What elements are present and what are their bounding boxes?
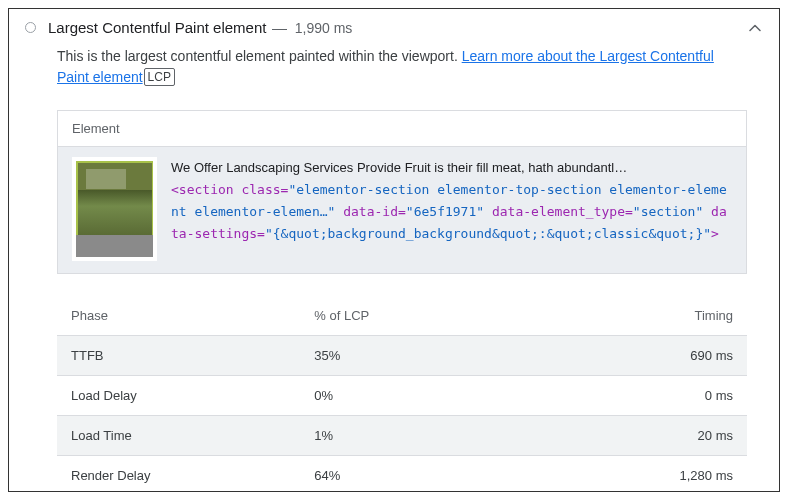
element-html-snippet[interactable]: <section class="elementor-section elemen… <box>171 179 732 245</box>
element-details: We Offer Landscaping Services Provide Fr… <box>171 157 732 261</box>
description-text: This is the largest contentful element p… <box>57 48 462 64</box>
table-header-row: Phase % of LCP Timing <box>57 296 747 336</box>
lcp-badge: LCP <box>144 68 175 86</box>
audit-description: This is the largest contentful element p… <box>57 46 747 92</box>
lcp-audit-card: Largest Contentful Paint element — 1,990… <box>8 8 780 492</box>
element-text-content: We Offer Landscaping Services Provide Fr… <box>171 157 732 179</box>
card-header[interactable]: Largest Contentful Paint element — 1,990… <box>9 9 779 46</box>
table-row: Render Delay 64% 1,280 ms <box>57 456 747 493</box>
audit-title: Largest Contentful Paint element <box>48 19 266 36</box>
cell-timing: 690 ms <box>563 336 747 376</box>
chevron-up-icon <box>749 24 761 32</box>
element-panel: Element We Offer Landscaping Services Pr… <box>57 110 747 274</box>
table-row: Load Delay 0% 0 ms <box>57 376 747 416</box>
cell-timing: 20 ms <box>563 416 747 456</box>
cell-pct: 35% <box>300 336 562 376</box>
cell-pct: 0% <box>300 376 562 416</box>
cell-phase: TTFB <box>57 336 300 376</box>
header-text: Largest Contentful Paint element — 1,990… <box>48 19 352 36</box>
element-panel-label: Element <box>58 111 746 147</box>
cell-phase: Load Delay <box>57 376 300 416</box>
card-content: This is the largest contentful element p… <box>9 46 779 492</box>
col-phase: Phase <box>57 296 300 336</box>
cell-timing: 0 ms <box>563 376 747 416</box>
thumbnail-image <box>76 161 153 235</box>
cell-pct: 64% <box>300 456 562 493</box>
status-bullet-icon <box>25 22 36 33</box>
cell-phase: Render Delay <box>57 456 300 493</box>
thumbnail-bar <box>76 235 153 257</box>
element-thumbnail <box>72 157 157 261</box>
cell-timing: 1,280 ms <box>563 456 747 493</box>
collapse-toggle[interactable] <box>747 20 763 36</box>
table-row: TTFB 35% 690 ms <box>57 336 747 376</box>
audit-timing: 1,990 ms <box>295 20 353 36</box>
lcp-phase-table: Phase % of LCP Timing TTFB 35% 690 ms Lo… <box>57 296 747 492</box>
cell-phase: Load Time <box>57 416 300 456</box>
cell-pct: 1% <box>300 416 562 456</box>
table-row: Load Time 1% 20 ms <box>57 416 747 456</box>
element-panel-body: We Offer Landscaping Services Provide Fr… <box>58 147 746 273</box>
col-pct: % of LCP <box>300 296 562 336</box>
col-timing: Timing <box>563 296 747 336</box>
separator: — <box>272 19 287 36</box>
